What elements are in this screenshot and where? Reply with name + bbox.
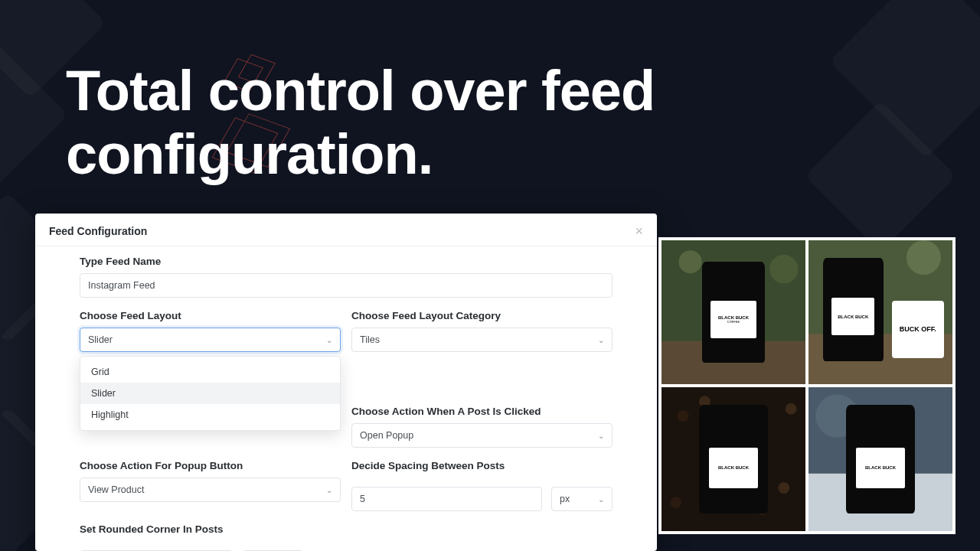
spacing-unit-select[interactable]: px⌄: [551, 487, 612, 511]
svg-point-13: [786, 403, 797, 415]
layout-option-highlight[interactable]: Highlight: [80, 404, 340, 425]
gallery-tile: BLACK BUCK: [662, 387, 805, 531]
rounded-label: Set Rounded Corner In Posts: [80, 523, 341, 535]
hero-title: Total control over feedconfiguration.: [66, 60, 655, 187]
gallery-tile: BLACK BUCK BUCK OFF.: [808, 240, 952, 384]
layout-category-select[interactable]: Tiles⌄: [351, 328, 612, 352]
feed-name-label: Type Feed Name: [80, 256, 612, 267]
chevron-down-icon: ⌄: [598, 336, 604, 344]
gallery-tile: BLACK BUCKCOFFEE: [662, 240, 805, 384]
post-action-label: Choose Action When A Post Is Clicked: [351, 406, 612, 417]
layout-option-grid[interactable]: Grid: [80, 361, 340, 383]
modal-title: Feed Configuration: [49, 225, 147, 237]
svg-point-11: [778, 482, 789, 494]
gallery-tile: BLACK BUCK: [808, 387, 952, 531]
popup-button-label: Choose Action For Popup Button: [80, 460, 341, 471]
layout-category-label: Choose Feed Layout Category: [351, 310, 612, 321]
layout-label: Choose Feed Layout: [80, 310, 341, 321]
modal-header: Feed Configuration ×: [35, 214, 657, 246]
spacing-label: Decide Spacing Between Posts: [351, 460, 612, 471]
product-gallery: BLACK BUCKCOFFEE BLACK BUCK BUCK OFF. BL…: [658, 237, 956, 534]
svg-point-3: [769, 255, 799, 284]
layout-select[interactable]: Slider⌄: [80, 328, 341, 352]
svg-point-12: [670, 497, 681, 508]
close-icon[interactable]: ×: [635, 224, 643, 238]
chevron-down-icon: ⌄: [326, 486, 332, 494]
chevron-down-icon: ⌄: [598, 432, 604, 440]
popup-button-select[interactable]: View Product⌄: [80, 478, 341, 502]
chevron-down-icon: ⌄: [326, 336, 332, 344]
layout-dropdown: Grid Slider Highlight: [80, 356, 341, 431]
svg-point-2: [679, 250, 702, 273]
feed-config-modal: Feed Configuration × Type Feed Name Inst…: [35, 214, 657, 551]
post-action-select[interactable]: Open Popup⌄: [351, 423, 612, 448]
chevron-down-icon: ⌄: [598, 495, 604, 504]
layout-option-slider[interactable]: Slider: [80, 383, 340, 404]
svg-point-6: [906, 240, 941, 275]
spacing-input[interactable]: 5: [351, 487, 542, 511]
svg-point-8: [678, 410, 689, 422]
feed-name-input[interactable]: Instagram Feed: [80, 273, 612, 298]
